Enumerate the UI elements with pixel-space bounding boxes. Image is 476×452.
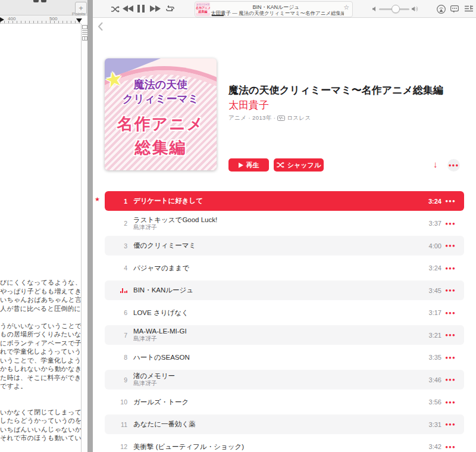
airplay-radio-icon[interactable] [437,5,446,14]
shuffle-button[interactable]: シャッフル [274,158,324,172]
track-row[interactable]: 7 MA-WA-LE-MI-GI 島津冴子 3:21 ●●● [105,325,464,345]
track-row[interactable]: 8 ハートのSEASON 3:35 ●●● [105,348,464,367]
track-more-button[interactable]: ●●● [441,266,459,271]
track-more-button[interactable]: ●●● [441,243,459,248]
lyrics-icon[interactable] [450,5,459,13]
toolbar-button-fragment [33,0,39,2]
back-chevron-icon[interactable] [98,22,103,31]
album-artist-link[interactable]: 太田貴子 [228,98,269,112]
document-line: したらどうかっていうのを、保育 [0,416,81,425]
track-info: パジャマのままで [133,264,418,272]
track-row[interactable]: 3 優のクリィミーマミ 4:00 ●●● [105,236,464,255]
track-title: あなたに一番効く薬 [133,420,418,428]
album-meta-text: アニメ · 2013年 · [228,114,275,122]
artwork-title-line: 総集編 [105,137,217,158]
track-number: 9 [112,376,127,384]
now-playing-display[interactable]: クリィミーマミ 名作アニメ 総集編 BIN・KANルージュ 太田貴子 — 魔法の… [195,1,353,17]
track-more-button[interactable]: ●●● [441,377,459,382]
shuffle-button-label: シャッフル [287,161,321,170]
toolbar-button-fragment [41,0,46,2]
track-title: パジャマのままで [133,264,418,272]
track-number: 11 [112,421,127,428]
track-row[interactable]: 1 デリケートに好きして 3:24 ●●● [105,191,464,211]
shuffle-icon [277,162,284,168]
columns-view-icon[interactable] [82,36,87,40]
favorite-marker-icon[interactable]: ★ [95,196,100,202]
track-title: LOVE さりげなく [133,309,418,317]
download-button[interactable]: ↓ [433,159,438,169]
document-line: れで学童化しようっていうふうに。 [0,347,81,356]
playback-progress-bar[interactable] [212,15,224,16]
shuffle-icon[interactable] [111,6,120,13]
play-button-label: 再生 [246,161,259,170]
tab-stop-marker-icon[interactable] [76,18,82,23]
lossless-label: ロスレス [287,114,311,122]
track-duration: 3:24 [418,198,441,205]
track-row[interactable]: 2 ラストキッスでGood Luck! 島津冴子 3:37 ●●● [105,214,464,233]
volume-knob[interactable] [392,5,400,13]
track-duration: 3:21 [418,332,441,339]
next-track-icon[interactable] [150,5,161,12]
track-row[interactable]: 9 渚のメモリー 島津冴子 3:46 ●●● [105,370,464,389]
track-row[interactable]: 11 あなたに一番効く薬 3:31 ●●● [105,414,464,434]
track-duration: 3:45 [418,287,441,294]
track-more-button[interactable]: ●●● [441,355,459,360]
album-more-button[interactable]: ●●● [447,159,460,172]
repeat-icon[interactable] [166,5,174,13]
document-line [0,399,81,408]
track-row[interactable]: 12 美衝撃 (ビューティフル・ショック) 3:42 ●●● [105,437,464,452]
track-more-button[interactable]: ●●● [441,310,459,316]
favorite-star-icon[interactable]: ☆ [343,4,349,11]
track-row[interactable]: 6 LOVE さりげなく 3:17 ●●● [105,303,464,323]
track-duration: 3:42 [418,443,441,450]
track-info: 渚のメモリー 島津冴子 [133,372,418,387]
document-text[interactable]: びにくくなってるような、自分のやっぱり子どもも増えてきている。いちゃんおばあちゃ… [0,278,81,442]
ruler-left-marker-icon[interactable] [0,17,4,22]
track-info: BIN・KANルージュ [133,286,418,294]
track-row[interactable]: 10 ガールズ・トーク 3:56 ●●● [105,392,464,412]
document-line: いうことで、学童化しようってい [0,356,81,365]
track-info: MA-WA-LE-MI-GI 島津冴子 [133,328,418,342]
track-title: ハートのSEASON [133,354,418,361]
mini-art-text: 総集編 [196,10,210,13]
track-info: ハートのSEASON [133,354,418,361]
ruler[interactable]: 400 500 [0,15,81,24]
track-title: MA-WA-LE-MI-GI [133,328,418,335]
track-more-button[interactable]: ●●● [441,198,459,204]
up-next-list-icon[interactable] [465,5,473,13]
play-button[interactable]: 再生 [228,158,269,172]
previous-track-icon[interactable] [123,5,133,12]
lines-view-icon[interactable] [82,30,87,35]
play-icon [239,163,243,168]
track-more-button[interactable]: ●●● [441,422,459,427]
track-more-button[interactable]: ●●● [441,444,459,450]
track-number: 3 [112,242,127,250]
album-artwork[interactable]: ★ 魔法の天使 クリィミーマミ 名作アニメ 総集編 [105,58,217,170]
track-more-button[interactable]: ●●● [441,332,459,338]
ruler-mark-500: 500 [49,16,57,21]
album-meta: アニメ · 2013年 · ロスレス [228,114,311,122]
track-duration: 4:00 [418,242,441,250]
document-line: にボランティアベースで子どもと [0,339,81,348]
lossless-badge-icon [277,116,285,121]
volume-min-icon[interactable] [372,7,377,11]
track-more-button[interactable]: ●●● [441,221,459,226]
page-view-icon[interactable] [82,25,87,29]
track-more-button[interactable]: ●●● [441,288,459,293]
document-line: た時は、そこに料亭ができて、家 [0,373,81,382]
pause-icon[interactable] [137,5,145,13]
track-number: 1 [112,198,127,205]
track-artist: 島津冴子 [133,224,418,231]
track-row[interactable]: 4 パジャマのままで 3:24 ●●● [105,258,464,278]
document-line: いちゃんおばあちゃんと言っても、 [0,295,81,304]
track-number: 12 [112,443,127,450]
document-line [0,391,81,400]
track-more-button[interactable]: ●●● [441,400,459,405]
volume-max-icon[interactable] [412,6,418,12]
track-info: 優のクリィミーマミ [133,242,418,250]
track-title: ラストキッスでGood Luck! [133,216,418,224]
track-row[interactable]: BIN・KANルージュ 3:45 ●●● [105,280,464,300]
track-number: 7 [112,332,127,339]
document-line: やっぱり子どもも増えてきている。 [0,287,81,296]
document-line: うがいいなっていうことで、最初、 [0,322,81,331]
